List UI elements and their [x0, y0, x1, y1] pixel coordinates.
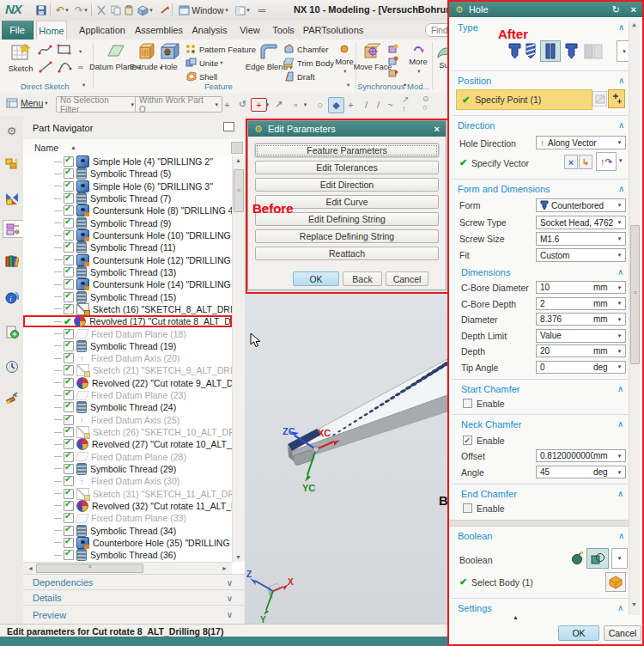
- feature-checkbox[interactable]: [64, 242, 74, 253]
- profile-curve-icon[interactable]: [38, 43, 53, 58]
- feature-checkbox[interactable]: [64, 255, 74, 265]
- neck-chamfer-header[interactable]: Neck Chamfer: [461, 419, 521, 430]
- feature-dialog-icon[interactable]: ▾: [347, 82, 349, 88]
- tree-row[interactable]: Sketch (21) "SKETCH_9_ALT_DRILLING_9": [23, 364, 232, 376]
- vector-inferred-icon[interactable]: ×: [564, 155, 578, 169]
- feature-checkbox[interactable]: [64, 538, 74, 548]
- sync-more-button[interactable]: More▾: [407, 44, 429, 76]
- edit-parameters-option-replace-defining-string[interactable]: Replace Defining String: [255, 229, 439, 243]
- diameter-field[interactable]: 8.376mm▾: [536, 313, 626, 326]
- tree-row[interactable]: Symbolic Thread (5): [23, 168, 232, 180]
- vector-dialog-button[interactable]: ↳: [579, 155, 592, 169]
- tree-row[interactable]: Fixed Datum Plane (33): [23, 512, 232, 524]
- hole-panel-scrollbar[interactable]: ▲ ≡ ▼: [629, 21, 640, 615]
- scroll-up-icon[interactable]: ▲: [233, 157, 244, 163]
- edit-parameters-option-reattach[interactable]: Reattach: [255, 247, 439, 260]
- snap-angle-icon[interactable]: ↗↑: [402, 94, 409, 113]
- depth-limit-field[interactable]: Value▾: [536, 329, 626, 343]
- type-hole-series-icon[interactable]: [584, 43, 603, 62]
- neck-chamfer-collapse-icon[interactable]: ∧: [617, 419, 623, 429]
- direct-sketch-dialog-icon[interactable]: ▾: [82, 82, 85, 88]
- tree-horizontal-scrollbar[interactable]: ◄ ≡ ►: [23, 562, 232, 574]
- dropdown-icon[interactable]: ▾: [614, 235, 625, 242]
- hole-ok-button[interactable]: OK: [558, 625, 599, 641]
- tree-row[interactable]: Fixed Datum Plane (23): [23, 389, 232, 401]
- hole-dialog-close-icon[interactable]: ×: [631, 4, 636, 15]
- tree-row[interactable]: Revolved (27) "Cut rotate 10_ALT_Drillin…: [23, 438, 232, 450]
- position-section-header[interactable]: Position: [458, 76, 491, 86]
- feature-checkbox[interactable]: [64, 550, 74, 560]
- dialog-collapse-icon[interactable]: ▲: [513, 614, 519, 620]
- panel-scroll-down-icon[interactable]: ▼: [629, 601, 640, 607]
- boolean-subtract-button[interactable]: [586, 548, 609, 569]
- type-section-header[interactable]: Type: [458, 22, 478, 33]
- undock-icon[interactable]: [223, 122, 234, 131]
- feature-checkbox[interactable]: [64, 304, 74, 314]
- tree-row[interactable]: Countersunk Hole (8) "DRILLING 4": [23, 204, 232, 216]
- preview-section[interactable]: Preview∨: [23, 605, 245, 625]
- shaded-view-icon[interactable]: ◆: [328, 97, 344, 113]
- feature-checkbox[interactable]: [64, 513, 74, 523]
- type-threaded-icon[interactable]: [564, 43, 579, 62]
- feature-checkbox[interactable]: [64, 439, 74, 449]
- preview-chevron-icon[interactable]: ∨: [227, 610, 233, 619]
- dropdown-icon[interactable]: ▾: [614, 453, 625, 460]
- window-menu[interactable]: Window: [190, 3, 226, 17]
- type-drill-icon[interactable]: [525, 43, 538, 62]
- boolean-dropdown-button[interactable]: ▾: [611, 548, 628, 569]
- details-section[interactable]: Details∨: [23, 589, 245, 606]
- orient-icon[interactable]: ↺: [235, 97, 250, 112]
- scroll-down-icon[interactable]: ▼: [233, 554, 244, 560]
- details-chevron-icon[interactable]: ∨: [227, 594, 233, 603]
- remove-body-icon[interactable]: [569, 551, 584, 567]
- feature-checkbox[interactable]: [64, 390, 74, 400]
- sketch-button[interactable]: Sketch: [5, 42, 36, 73]
- feature-checkbox[interactable]: [64, 489, 74, 499]
- unite-button[interactable]: Unite▾: [185, 58, 222, 68]
- end-chamfer-header[interactable]: End Chamfer: [461, 489, 517, 499]
- specify-point-field[interactable]: ✔ Specify Point (1): [456, 89, 592, 110]
- curve-icon[interactable]: ~: [383, 97, 398, 112]
- move-face-button[interactable]: Move Face: [360, 42, 386, 71]
- sort-ascending-icon[interactable]: ▲: [70, 144, 76, 150]
- edge-blend-button[interactable]: Edge Blend▾: [251, 42, 287, 72]
- sync-small-icon-3[interactable]: [388, 68, 399, 80]
- c-bore-diameter-field[interactable]: 10mm▾: [536, 281, 626, 294]
- tree-row[interactable]: Countersunk Hole (14) "DRILLING 7": [23, 278, 232, 290]
- settings-collapse-icon[interactable]: ∧: [617, 603, 623, 612]
- panel-scrollbar-thumb[interactable]: ≡: [630, 225, 640, 364]
- edit-parameters-option-edit-tolerances[interactable]: Edit Tolerances: [255, 161, 439, 174]
- dropdown-icon[interactable]: ▾: [614, 284, 625, 291]
- customize-icon[interactable]: ═: [255, 3, 269, 17]
- layout-dropdown-icon[interactable]: ▾: [245, 3, 252, 17]
- hole-cancel-button[interactable]: Cancel: [604, 625, 641, 641]
- feature-checkbox[interactable]: [64, 427, 74, 437]
- dropdown-icon[interactable]: ▾: [614, 316, 625, 323]
- reuse-library-icon[interactable]: [3, 253, 20, 269]
- plane-icon[interactable]: ▫: [289, 97, 303, 112]
- feature-checkbox[interactable]: [64, 218, 74, 229]
- copy-icon[interactable]: [109, 3, 123, 17]
- tree-row[interactable]: Simple Hole (4) "DRILLING 2": [23, 155, 232, 168]
- feature-checkbox[interactable]: [64, 267, 74, 277]
- selection-filter-combo[interactable]: No Selection Filter▾: [56, 96, 138, 113]
- tree-row[interactable]: Sketch (31) "SKETCH_11_ALT_DRILLING_11": [23, 487, 232, 499]
- tab-analysis[interactable]: Analysis: [189, 21, 230, 40]
- edit-parameters-titlebar[interactable]: ⚙ Edit Parameters ×: [248, 121, 446, 137]
- start-chamfer-header[interactable]: Start Chamfer: [461, 384, 519, 394]
- tree-row[interactable]: Countersunk Hole (12) "DRILLING 6": [23, 254, 232, 266]
- selection-scope-combo[interactable]: Within Work Part O▾: [135, 96, 222, 113]
- paste-icon[interactable]: [122, 3, 136, 17]
- neck-chamfer-enable-checkbox[interactable]: ✓: [463, 436, 472, 445]
- undo-dropdown-icon[interactable]: ▾: [64, 3, 70, 17]
- hole-direction-select[interactable]: ↑Along Vector ▾: [536, 136, 626, 149]
- tree-row[interactable]: Symbolic Thread (36): [23, 549, 232, 561]
- snap-point-icon[interactable]: +: [220, 97, 234, 112]
- settings-section-header[interactable]: Settings: [458, 603, 492, 613]
- feature-checkbox[interactable]: [64, 353, 74, 363]
- tab-tools[interactable]: Tools: [270, 21, 297, 40]
- edit-parameters-back-button[interactable]: Back: [343, 271, 382, 286]
- tree-row[interactable]: Revolved (32) "Cut rotate 11_ALT_Drillin…: [23, 500, 232, 512]
- feature-more-button[interactable]: More▾: [333, 44, 355, 76]
- chamfer-button[interactable]: Chamfer: [283, 44, 328, 54]
